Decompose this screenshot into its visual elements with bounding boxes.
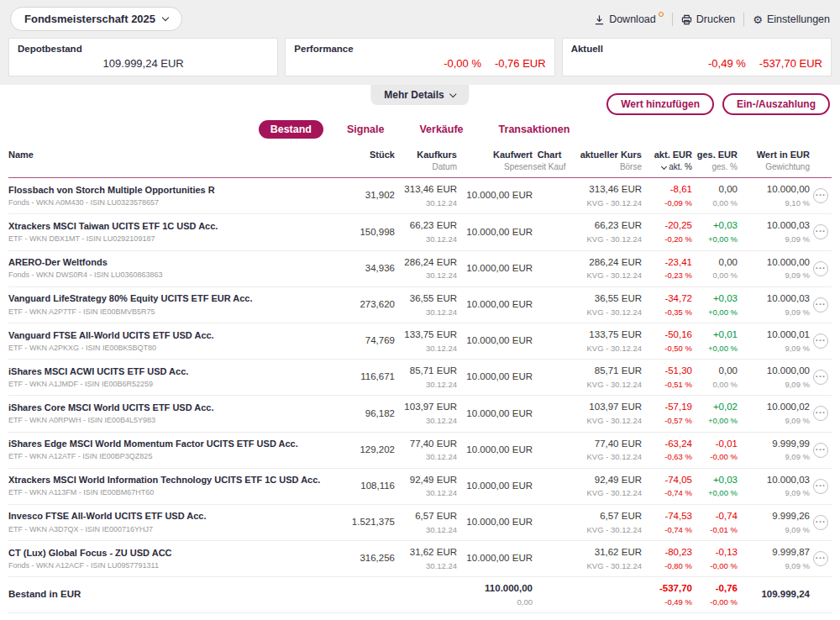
table-row[interactable]: ARERO-Der Weltfonds Fonds - WKN DWS0R4 -… bbox=[8, 251, 832, 287]
row-menu-button[interactable] bbox=[810, 515, 832, 530]
ellipsis-icon[interactable] bbox=[813, 551, 828, 566]
tab-transaktionen[interactable]: Transaktionen bbox=[487, 120, 582, 139]
row-menu-button[interactable] bbox=[810, 406, 832, 421]
fund-cell: Flossbach von Storch Multiple Opportunit… bbox=[8, 185, 351, 208]
download-button[interactable]: Download bbox=[594, 13, 664, 25]
mehr-details-button[interactable]: Mehr Details bbox=[370, 85, 469, 105]
card-performance: Performance -0,00 %-0,76 EUR bbox=[285, 38, 554, 76]
col-aktueller-kurs[interactable]: aktueller KursBörse bbox=[566, 150, 642, 172]
fund-name[interactable]: ARERO-Der Weltfonds bbox=[8, 257, 351, 268]
buy-price-cell: 313,46 EUR30.12.24 bbox=[395, 184, 457, 208]
performance-value: -0,00 %-0,76 EUR bbox=[294, 57, 545, 70]
fund-name[interactable]: Invesco FTSE All-World UCITS ETF USD Acc… bbox=[8, 511, 351, 522]
fund-name[interactable]: Xtrackers MSCI Taiwan UCITS ETF 1C USD A… bbox=[8, 221, 351, 232]
tab-bestand[interactable]: Bestand bbox=[259, 120, 323, 139]
ellipsis-icon[interactable] bbox=[813, 515, 828, 530]
current-price-cell: 77,40 EURKVG - 30.12.24 bbox=[566, 439, 642, 462]
ellipsis-icon[interactable] bbox=[813, 406, 828, 421]
table-row[interactable]: iShares Core MSCI World UCITS ETF USD Ac… bbox=[8, 396, 832, 432]
change-total-cell: -0,74-0,01 % bbox=[692, 511, 738, 534]
deposit-withdraw-button[interactable]: Ein-/Auszahlung bbox=[722, 93, 830, 115]
topbar-actions: Download Drucken ⚙ Einstellungen bbox=[594, 13, 830, 26]
col-ges-eur[interactable]: ges. EURges. % bbox=[692, 150, 738, 172]
portfolio-selector[interactable]: Fondsmeisterschaft 2025 bbox=[10, 7, 182, 31]
table-row[interactable]: CT (Lux) Global Focus - ZU USD ACC Fonds… bbox=[8, 541, 832, 577]
ellipsis-icon[interactable] bbox=[813, 443, 828, 458]
row-menu-button[interactable] bbox=[810, 551, 832, 566]
row-menu-button[interactable] bbox=[810, 370, 832, 385]
fund-name[interactable]: iShares MSCI ACWI UCITS ETF USD Acc. bbox=[8, 366, 351, 377]
row-menu-button[interactable] bbox=[810, 297, 832, 313]
buy-value-cell: 10.000,00 EUR bbox=[457, 553, 533, 565]
divider bbox=[672, 13, 673, 26]
ellipsis-icon[interactable] bbox=[813, 334, 828, 349]
current-price-cell: 66,23 EURKVG - 30.12.24 bbox=[566, 220, 642, 244]
table-row[interactable]: Xtrackers MSCI Taiwan UCITS ETF 1C USD A… bbox=[8, 214, 832, 250]
table-row[interactable]: Vanguard FTSE All-World UCITS ETF USD Ac… bbox=[8, 323, 832, 360]
value-cell: 10.000,039,09 % bbox=[738, 220, 810, 244]
table-row[interactable]: iShares MSCI ACWI UCITS ETF USD Acc. ETF… bbox=[8, 360, 832, 396]
tab-verkaeufe[interactable]: Verkäufe bbox=[407, 120, 475, 139]
ellipsis-icon[interactable] bbox=[813, 479, 828, 494]
table-row[interactable]: Flossbach von Storch Multiple Opportunit… bbox=[8, 178, 832, 214]
fund-details: ETF - WKN A12ATF - ISIN IE00BP3QZ825 bbox=[8, 452, 351, 461]
buy-price-cell: 92,49 EUR30.12.24 bbox=[395, 475, 457, 498]
change-today-cell: -51,30-0,51 % bbox=[642, 365, 692, 389]
settings-button[interactable]: ⚙ Einstellungen bbox=[753, 13, 830, 25]
row-menu-button[interactable] bbox=[810, 479, 832, 494]
fund-name[interactable]: iShares Core MSCI World UCITS ETF USD Ac… bbox=[8, 402, 351, 413]
ellipsis-icon[interactable] bbox=[813, 188, 828, 203]
ellipsis-icon[interactable] bbox=[813, 297, 828, 313]
col-akt-eur[interactable]: akt. EURakt. % bbox=[642, 150, 692, 172]
col-wert[interactable]: Wert in EURGewichtung bbox=[738, 150, 810, 172]
row-menu-button[interactable] bbox=[810, 261, 832, 276]
table-row[interactable]: Vanguard LifeStrategy 80% Equity UCITS E… bbox=[8, 287, 832, 323]
fund-details: Fonds - WKN A12ACF - ISIN LU0957791311 bbox=[8, 561, 351, 570]
col-chart[interactable]: Chartseit Kauf bbox=[533, 150, 566, 172]
fund-cell: CT (Lux) Global Focus - ZU USD ACC Fonds… bbox=[8, 548, 351, 570]
buy-value-cell: 10.000,00 EUR bbox=[457, 263, 533, 275]
current-price-cell: 6,57 EURKVG - 30.12.24 bbox=[566, 511, 642, 534]
value-cell: 10.000,039,09 % bbox=[738, 293, 810, 317]
fund-cell: iShares Edge MSCI World Momentum Factor … bbox=[8, 439, 351, 461]
col-kaufkurs[interactable]: KaufkursDatum bbox=[395, 150, 457, 172]
ellipsis-icon[interactable] bbox=[813, 224, 828, 239]
buy-value-cell: 10.000,00 EUR bbox=[457, 481, 533, 492]
tab-signale[interactable]: Signale bbox=[335, 120, 396, 139]
buy-price-cell: 103,97 EUR30.12.24 bbox=[395, 402, 457, 425]
buy-value-cell: 10.000,00 EUR bbox=[457, 408, 533, 420]
table-row[interactable]: Xtrackers MSCI World Information Technol… bbox=[8, 469, 832, 505]
fund-name[interactable]: Vanguard FTSE All-World UCITS ETF USD Ac… bbox=[8, 330, 351, 341]
aktuell-pct: -0,49 % bbox=[708, 57, 746, 70]
col-stueck[interactable]: Stück bbox=[351, 150, 395, 160]
table-row[interactable]: Invesco FTSE All-World UCITS ETF USD Acc… bbox=[8, 505, 832, 541]
chevron-down-icon bbox=[449, 90, 456, 97]
totals-row-bestand: Bestand in EUR 110.000,000,00 -537,70-0,… bbox=[8, 577, 832, 613]
buy-value-cell: 10.000,00 EUR bbox=[457, 227, 533, 239]
row-menu-button[interactable] bbox=[810, 334, 832, 349]
card-label: Performance bbox=[294, 44, 545, 54]
buy-value-cell: 10.000,00 EUR bbox=[457, 517, 533, 528]
value-cell: 10.000,039,09 % bbox=[738, 475, 810, 498]
row-menu-button[interactable] bbox=[810, 188, 832, 203]
row-menu-button[interactable] bbox=[810, 224, 832, 239]
row-menu-button[interactable] bbox=[810, 443, 832, 458]
fund-name[interactable]: CT (Lux) Global Focus - ZU USD ACC bbox=[8, 548, 351, 559]
fund-details: ETF - WKN A113FM - ISIN IE00BM67HT60 bbox=[8, 488, 351, 497]
card-label: Depotbestand bbox=[18, 44, 269, 54]
add-value-button[interactable]: Wert hinzufügen bbox=[606, 93, 714, 115]
ellipsis-icon[interactable] bbox=[813, 261, 828, 276]
col-name[interactable]: Name bbox=[8, 150, 351, 160]
fund-name[interactable]: Xtrackers MSCI World Information Technol… bbox=[8, 475, 351, 486]
value-cell: 9.999,999,09 % bbox=[738, 439, 810, 462]
fund-name[interactable]: iShares Edge MSCI World Momentum Factor … bbox=[8, 439, 351, 449]
fund-name[interactable]: Vanguard LifeStrategy 80% Equity UCITS E… bbox=[8, 293, 351, 304]
card-aktuell: Aktuell -0,49 %-537,70 EUR bbox=[562, 38, 832, 76]
ellipsis-icon[interactable] bbox=[813, 370, 828, 385]
print-button[interactable]: Drucken bbox=[681, 13, 736, 25]
shares-cell: 31,902 bbox=[351, 190, 395, 202]
table-row[interactable]: iShares Edge MSCI World Momentum Factor … bbox=[8, 433, 832, 469]
fund-name[interactable]: Flossbach von Storch Multiple Opportunit… bbox=[8, 185, 351, 196]
settings-label: Einstellungen bbox=[767, 13, 830, 25]
col-kaufwert[interactable]: KaufwertSpesen bbox=[457, 150, 533, 172]
